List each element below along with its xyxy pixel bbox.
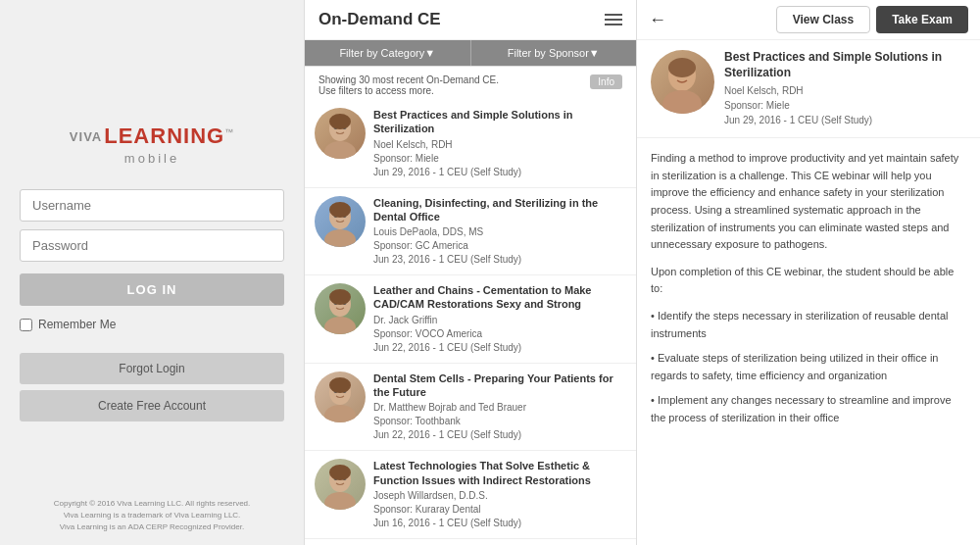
course-author: Dr. Jack Griffin: [373, 314, 626, 327]
course-avatar-image: [315, 283, 366, 334]
remember-me-area: Remember Me: [20, 318, 116, 331]
filter-sponsor-button[interactable]: Filter by Sponsor▼: [471, 40, 637, 66]
right-header: ← View Class Take Exam: [637, 0, 980, 40]
showing-text-area: Showing 30 most recent On-Demand CE. Use…: [305, 67, 636, 100]
svg-point-14: [329, 289, 351, 305]
course-title: Dental Stem Cells - Preparing Your Patie…: [373, 372, 626, 400]
svg-point-19: [329, 377, 351, 393]
detail-avatar-image: [651, 50, 714, 114]
detail-course-sponsor: Sponsor: Miele: [724, 98, 966, 113]
course-title: Latest Technologies That Solve Esthetic …: [373, 459, 626, 487]
middle-panel: On-Demand CE Filter by Category▼ Filter …: [304, 0, 637, 545]
take-exam-button[interactable]: Take Exam: [876, 6, 968, 33]
filter-category-button[interactable]: Filter by Category▼: [305, 40, 471, 66]
objective-item: Identify the steps necessary in steriliz…: [651, 308, 966, 342]
description-paragraph: Finding a method to improve productivity…: [651, 150, 966, 254]
detail-avatar: [651, 50, 714, 114]
course-list-item[interactable]: Best Practices and Simple Solutions in S…: [305, 100, 636, 188]
course-author: Joseph Willardsen, D.D.S.: [373, 489, 626, 503]
svg-point-41: [662, 90, 702, 114]
course-dateceu: Jun 22, 2016 - 1 CEU (Self Study): [373, 428, 626, 442]
course-avatar-image: [315, 459, 366, 510]
svg-point-44: [668, 58, 696, 77]
course-list-item[interactable]: Basics of Implant Placement Protocols Jo…: [305, 539, 636, 545]
header-buttons: View Class Take Exam: [776, 6, 968, 33]
course-title: Best Practices and Simple Solutions in S…: [373, 108, 626, 136]
course-list-item[interactable]: Cleaning, Disinfecting, and Sterilizing …: [305, 188, 636, 276]
course-dateceu: Jun 23, 2016 - 1 CEU (Self Study): [373, 253, 626, 267]
filter-bar: Filter by Category▼ Filter by Sponsor▼: [305, 40, 636, 67]
detail-course-title: Best Practices and Simple Solutions in S…: [724, 50, 966, 80]
info-button[interactable]: Info: [590, 74, 622, 89]
logo-area: VIVA LEARNING™ mobile: [70, 124, 234, 166]
objectives-intro: Upon completion of this CE webinar, the …: [651, 264, 966, 298]
logo-mobile: mobile: [124, 151, 179, 166]
course-avatar: [315, 459, 366, 510]
detail-course-author: Noel Kelsch, RDH: [724, 83, 966, 98]
back-arrow-icon[interactable]: ←: [649, 10, 666, 30]
course-info: Cleaning, Disinfecting, and Sterilizing …: [373, 196, 626, 268]
svg-point-16: [324, 405, 356, 422]
course-list-item[interactable]: Leather and Chains - Cementation to Make…: [305, 275, 636, 364]
login-form: LOG IN Remember Me: [20, 189, 284, 331]
course-author: Louis DePaola, DDS, MS: [373, 225, 626, 239]
forgot-login-button[interactable]: Forgot Login: [20, 353, 284, 384]
course-dateceu: Jun 16, 2016 - 1 CEU (Self Study): [373, 517, 626, 530]
course-sponsor: Sponsor: Toothbank: [373, 415, 626, 428]
course-avatar-image: [315, 196, 366, 247]
course-sponsor: Sponsor: Kuraray Dental: [373, 503, 626, 517]
course-author: Dr. Matthew Bojrab and Ted Brauer: [373, 401, 626, 415]
detail-info: Best Practices and Simple Solutions in S…: [724, 50, 966, 127]
course-avatar-image: [315, 108, 366, 159]
right-panel: ← View Class Take Exam Best Practices an…: [637, 0, 980, 545]
course-dateceu: Jun 29, 2016 - 1 CEU (Self Study): [373, 166, 626, 179]
username-input[interactable]: [20, 189, 284, 222]
course-list-item[interactable]: Dental Stem Cells - Preparing Your Patie…: [305, 364, 636, 452]
course-sponsor: Sponsor: Miele: [373, 152, 626, 166]
view-class-button[interactable]: View Class: [776, 6, 870, 33]
hamburger-menu-icon[interactable]: [605, 14, 622, 25]
course-sponsor: Sponsor: VOCO America: [373, 327, 626, 341]
objective-item: Evaluate steps of sterilization being ut…: [651, 350, 966, 384]
course-info: Latest Technologies That Solve Esthetic …: [373, 459, 626, 530]
course-avatar: [315, 196, 366, 247]
svg-point-21: [324, 492, 356, 510]
showing-text: Showing 30 most recent On-Demand CE. Use…: [318, 74, 499, 96]
left-panel: VIVA LEARNING™ mobile LOG IN Remember Me…: [0, 0, 304, 545]
course-info: Leather and Chains - Cementation to Make…: [373, 283, 626, 355]
course-info: Dental Stem Cells - Preparing Your Patie…: [373, 372, 626, 443]
logo: VIVA LEARNING™: [70, 124, 234, 149]
course-author: Noel Kelsch, RDH: [373, 138, 626, 152]
detail-course-dateceu: Jun 29, 2016 - 1 CEU (Self Study): [724, 113, 966, 127]
course-list-item[interactable]: Latest Technologies That Solve Esthetic …: [305, 451, 636, 539]
course-detail-header: Best Practices and Simple Solutions in S…: [637, 40, 980, 138]
course-description: Finding a method to improve productivity…: [637, 138, 980, 545]
learning-text: LEARNING™: [104, 124, 234, 149]
create-account-button[interactable]: Create Free Account: [20, 390, 284, 421]
copyright-text: Copyright © 2016 Viva Learning LLC. All …: [54, 498, 251, 533]
remember-me-label: Remember Me: [38, 318, 116, 331]
password-input[interactable]: [20, 229, 284, 262]
svg-point-24: [329, 465, 351, 480]
svg-point-6: [324, 229, 356, 247]
viva-text: VIVA: [70, 129, 102, 144]
course-dateceu: Jun 22, 2016 - 1 CEU (Self Study): [373, 341, 626, 355]
svg-point-9: [329, 202, 351, 218]
course-title: Leather and Chains - Cementation to Make…: [373, 283, 626, 312]
middle-title: On-Demand CE: [318, 10, 441, 29]
course-sponsor: Sponsor: GC America: [373, 239, 626, 253]
objectives-list: Identify the steps necessary in steriliz…: [651, 308, 966, 427]
remember-me-checkbox[interactable]: [20, 319, 32, 331]
svg-point-4: [329, 114, 351, 129]
svg-point-11: [324, 317, 356, 334]
course-info: Best Practices and Simple Solutions in S…: [373, 108, 626, 179]
objective-item: Implement any changes necessary to strea…: [651, 392, 966, 426]
course-avatar: [315, 283, 366, 334]
course-list: Best Practices and Simple Solutions in S…: [305, 100, 636, 545]
course-avatar: [315, 372, 366, 422]
middle-header: On-Demand CE: [305, 0, 636, 40]
svg-point-1: [324, 141, 356, 159]
login-button[interactable]: LOG IN: [20, 273, 284, 306]
course-title: Cleaning, Disinfecting, and Sterilizing …: [373, 196, 626, 224]
course-avatar-image: [315, 372, 366, 422]
